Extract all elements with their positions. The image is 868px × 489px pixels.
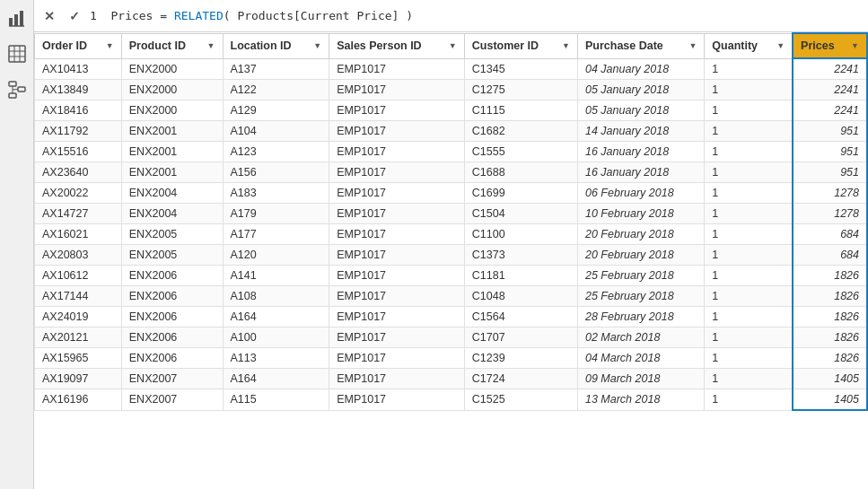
cell-product_id: ENX2006 (121, 266, 223, 286)
formula-text: 1 Prices = RELATED( Products[Current Pri… (90, 9, 413, 22)
table-row: AX18416ENX2000A129EMP1017C111505 January… (35, 100, 868, 121)
cell-location_id: A115 (223, 389, 329, 411)
col-header-location-id[interactable]: Location ID ▼ (223, 33, 329, 58)
cell-prices: 1826 (793, 307, 867, 327)
cell-quantity: 1 (705, 307, 793, 327)
col-header-location-id-label: Location ID (231, 39, 292, 52)
cell-product_id: ENX2005 (121, 224, 223, 245)
cell-sales_person_id: EMP1017 (329, 245, 465, 266)
col-header-purchase-date[interactable]: Purchase Date ▼ (577, 33, 704, 58)
filter-location-id-icon[interactable]: ▼ (313, 41, 321, 50)
cell-quantity: 1 (705, 162, 793, 183)
cell-quantity: 1 (705, 224, 793, 245)
table-icon[interactable] (6, 43, 28, 65)
cell-sales_person_id: EMP1017 (329, 183, 465, 204)
cell-customer_id: C1239 (464, 348, 577, 369)
col-header-order-id[interactable]: Order ID ▼ (35, 33, 122, 58)
cell-location_id: A104 (223, 121, 329, 142)
cell-location_id: A100 (223, 327, 329, 348)
cancel-button[interactable]: ✕ (39, 6, 59, 26)
data-table: Order ID ▼ Product ID ▼ (34, 32, 868, 411)
cell-purchase_date: 04 January 2018 (577, 58, 704, 80)
cell-location_id: A122 (223, 80, 329, 100)
table-row: AX20803ENX2005A120EMP1017C137320 Februar… (35, 245, 868, 266)
filter-sales-person-id-icon[interactable]: ▼ (449, 41, 457, 50)
cell-product_id: ENX2001 (121, 142, 223, 162)
cell-customer_id: C1048 (464, 286, 577, 307)
col-header-prices-label: Prices (801, 39, 835, 52)
formula-bar: ✕ ✓ 1 Prices = RELATED( Products[Current… (34, 0, 868, 32)
cell-location_id: A137 (223, 58, 329, 80)
cell-quantity: 1 (705, 245, 793, 266)
cell-prices: 951 (793, 142, 867, 162)
cell-purchase_date: 16 January 2018 (577, 142, 704, 162)
cell-product_id: ENX2007 (121, 369, 223, 389)
cell-product_id: ENX2004 (121, 204, 223, 224)
col-header-prices[interactable]: Prices ▼ (793, 33, 867, 58)
cell-location_id: A129 (223, 100, 329, 121)
cell-quantity: 1 (705, 142, 793, 162)
cell-quantity: 1 (705, 369, 793, 389)
cell-purchase_date: 05 January 2018 (577, 80, 704, 100)
hierarchy-icon[interactable] (6, 79, 28, 100)
chart-icon[interactable] (6, 7, 28, 29)
cell-quantity: 1 (705, 286, 793, 307)
cell-sales_person_id: EMP1017 (329, 327, 465, 348)
cell-product_id: ENX2005 (121, 245, 223, 266)
cell-quantity: 1 (705, 80, 793, 100)
col-header-sales-person-id[interactable]: Sales Person ID ▼ (329, 33, 465, 58)
col-header-product-id[interactable]: Product ID ▼ (121, 33, 223, 58)
cell-purchase_date: 06 February 2018 (577, 183, 704, 204)
cell-prices: 1826 (793, 286, 867, 307)
confirm-button[interactable]: ✓ (65, 6, 84, 26)
filter-purchase-date-icon[interactable]: ▼ (688, 41, 697, 50)
cell-location_id: A183 (223, 183, 329, 204)
filter-prices-icon[interactable]: ▼ (851, 41, 859, 50)
cell-customer_id: C1181 (464, 266, 577, 286)
cell-customer_id: C1373 (464, 245, 577, 266)
app-container: ✕ ✓ 1 Prices = RELATED( Products[Current… (0, 0, 868, 489)
cell-customer_id: C1699 (464, 183, 577, 204)
cell-location_id: A113 (223, 348, 329, 369)
cell-order_id: AX16021 (35, 224, 122, 245)
cell-customer_id: C1275 (464, 80, 577, 100)
cell-purchase_date: 14 January 2018 (577, 121, 704, 142)
filter-order-id-icon[interactable]: ▼ (106, 41, 114, 50)
cell-purchase_date: 28 February 2018 (577, 307, 704, 327)
cell-purchase_date: 04 March 2018 (577, 348, 704, 369)
filter-product-id-icon[interactable]: ▼ (207, 41, 215, 50)
cell-quantity: 1 (705, 58, 793, 80)
cell-product_id: ENX2001 (121, 162, 223, 183)
cell-product_id: ENX2006 (121, 327, 223, 348)
cell-sales_person_id: EMP1017 (329, 369, 465, 389)
table-row: AX24019ENX2006A164EMP1017C156428 Februar… (35, 307, 868, 327)
cell-order_id: AX24019 (35, 307, 122, 327)
table-row: AX10612ENX2006A141EMP1017C118125 Februar… (35, 266, 868, 286)
cell-sales_person_id: EMP1017 (329, 307, 465, 327)
table-row: AX19097ENX2007A164EMP1017C172409 March 2… (35, 369, 868, 389)
svg-rect-4 (9, 46, 25, 62)
cell-prices: 1826 (793, 266, 867, 286)
cell-sales_person_id: EMP1017 (329, 348, 465, 369)
cell-customer_id: C1100 (464, 224, 577, 245)
cell-purchase_date: 02 March 2018 (577, 327, 704, 348)
cell-sales_person_id: EMP1017 (329, 224, 465, 245)
table-row: AX15516ENX2001A123EMP1017C155516 January… (35, 142, 868, 162)
cell-location_id: A156 (223, 162, 329, 183)
cell-quantity: 1 (705, 389, 793, 411)
cell-location_id: A177 (223, 224, 329, 245)
col-header-order-id-label: Order ID (42, 39, 87, 52)
cell-location_id: A123 (223, 142, 329, 162)
cell-purchase_date: 10 February 2018 (577, 204, 704, 224)
col-header-quantity[interactable]: Quantity ▼ (705, 33, 793, 58)
svg-line-13 (13, 90, 18, 91)
cell-order_id: AX15965 (35, 348, 122, 369)
filter-customer-id-icon[interactable]: ▼ (562, 41, 570, 50)
cell-prices: 1278 (793, 183, 867, 204)
filter-quantity-icon[interactable]: ▼ (776, 41, 785, 50)
svg-rect-0 (9, 18, 13, 26)
cell-location_id: A141 (223, 266, 329, 286)
table-row: AX23640ENX2001A156EMP1017C168816 January… (35, 162, 868, 183)
cell-customer_id: C1564 (464, 307, 577, 327)
col-header-customer-id[interactable]: Customer ID ▼ (464, 33, 577, 58)
